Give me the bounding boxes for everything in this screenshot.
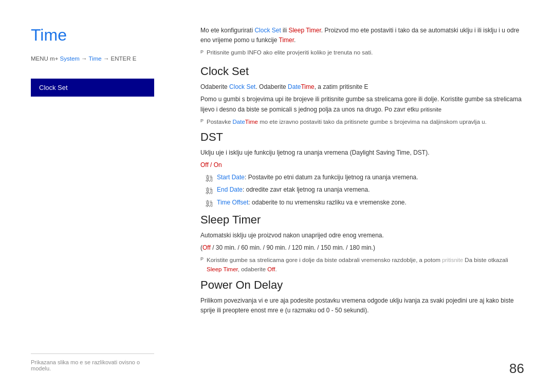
dst-body: Uklju uje i isklju uje funkciju ljetnog … — [200, 148, 524, 158]
intro-text: Mo ete konfigurirati Clock Set ili Sleep… — [200, 26, 524, 45]
power-on-delay-title: Power On Delay — [200, 278, 524, 292]
page-title: Time — [31, 26, 170, 45]
breadcrumb: MENU m+ System → Time → ENTER E — [31, 54, 170, 63]
dst-bullet2: 勍 End Date: odredite zavr etak ljetnog r… — [206, 185, 524, 196]
right-panel: Mo ete konfigurirati Clock Set ili Sleep… — [190, 26, 524, 371]
left-note: Prikazana slika mo e se razlikovati ovis… — [31, 359, 154, 371]
dst-bullet3: 勍 Time Offset: odaberite to nu vremensku… — [206, 198, 524, 209]
intro-note: P Pritisnite gumb INFO ako elite provjer… — [200, 49, 524, 55]
clock-set-body1: Odaberite Clock Set. Odaberite DateTime,… — [200, 82, 524, 92]
sleep-timer-note: P Koristite gumbe sa strelicama gore i d… — [200, 255, 524, 274]
dst-off-on: Off / On — [200, 160, 524, 171]
left-panel: Time MENU m+ System → Time → ENTER E Clo… — [31, 26, 190, 371]
clock-set-menu-item[interactable]: Clock Set — [31, 79, 154, 97]
sleep-timer-body: Automatski isklju uje proizvod nakon una… — [200, 231, 524, 241]
clock-set-body2: Pomo u gumbi s brojevima upi ite brojeve… — [200, 95, 524, 115]
power-on-delay-body: Prilikom povezivanja vi e ure aja podesi… — [200, 296, 524, 316]
dst-bullet1: 勍 Start Date: Postavite po etni datum za… — [206, 173, 524, 184]
divider — [31, 353, 154, 354]
page-number: 86 — [509, 361, 524, 377]
dst-title: DST — [200, 130, 524, 144]
sleep-timer-title: Sleep Timer — [200, 213, 524, 227]
sleep-timer-options: (Off / 30 min. / 60 min. / 90 min. / 120… — [200, 243, 524, 253]
clock-set-note: P Postavke DateTime mo ete izravno posta… — [200, 117, 524, 126]
clock-set-title: Clock Set — [200, 65, 524, 78]
